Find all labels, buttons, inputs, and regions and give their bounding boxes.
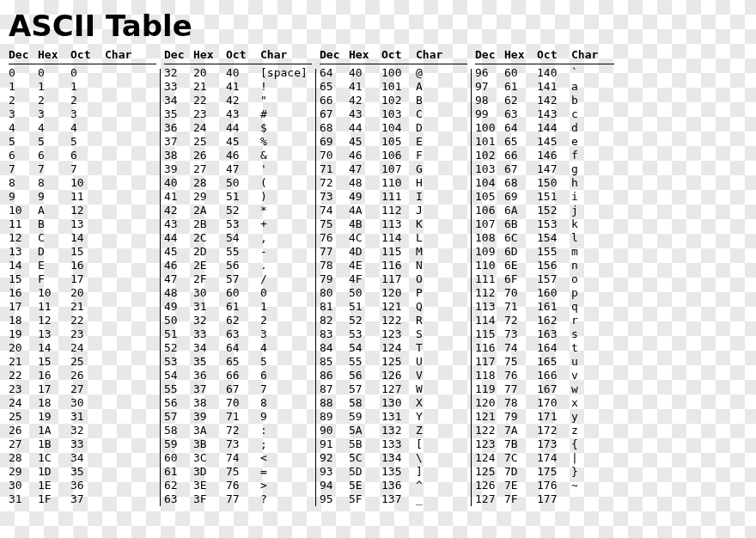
- cell-char: %: [259, 135, 312, 149]
- cell-char: 4: [259, 341, 312, 355]
- cell-dec: 9: [9, 190, 38, 204]
- cell-oct: 106: [381, 149, 414, 162]
- cell-dec: 95: [320, 492, 349, 506]
- table-row: 5638708: [164, 396, 312, 410]
- table-row: 7147107G: [320, 162, 467, 176]
- cell-oct: 2: [70, 94, 103, 107]
- cell-char: @: [414, 66, 467, 80]
- ascii-panel: DecHexOctChar6440100@6541101A6642102B674…: [320, 48, 467, 506]
- cell-char: /: [259, 272, 312, 286]
- header-dec: Dec: [164, 48, 193, 62]
- table-row: 5436666: [164, 369, 312, 382]
- cell-hex: 1F: [38, 492, 70, 506]
- table-row: 1247C174|: [475, 451, 614, 465]
- table-row: 1086C154l: [475, 231, 614, 245]
- cell-oct: 163: [537, 327, 570, 341]
- cell-oct: 174: [537, 451, 570, 465]
- cell-oct: 34: [70, 451, 103, 465]
- cell-oct: 37: [70, 492, 103, 506]
- cell-oct: 136: [381, 479, 414, 492]
- cell-char: &: [259, 149, 312, 162]
- cell-oct: 14: [70, 231, 103, 245]
- cell-char: [103, 437, 156, 451]
- cell-char: [103, 149, 156, 162]
- cell-hex: 4D: [349, 245, 381, 259]
- cell-dec: 93: [320, 465, 349, 479]
- cell-char: c: [570, 107, 614, 121]
- cell-oct: 50: [226, 176, 259, 190]
- cell-oct: 72: [226, 424, 259, 437]
- cell-char: 5: [259, 355, 312, 369]
- page-title: ASCII Table: [9, 9, 747, 43]
- table-row: 633F77?: [164, 492, 312, 506]
- cell-hex: 2A: [193, 204, 226, 217]
- header-hex: Hex: [193, 48, 226, 62]
- cell-char: H: [414, 176, 467, 190]
- cell-oct: 160: [537, 286, 570, 300]
- table-row: 10A12: [9, 204, 156, 217]
- cell-dec: 105: [475, 190, 504, 204]
- cell-char: [103, 94, 156, 107]
- table-row: 1106E156n: [475, 259, 614, 272]
- table-row: 11371161q: [475, 300, 614, 314]
- panel-header: DecHexOctChar: [164, 48, 312, 64]
- cell-oct: 74: [226, 451, 259, 465]
- header-oct: Oct: [381, 48, 414, 62]
- cell-dec: 80: [320, 286, 349, 300]
- cell-dec: 39: [164, 162, 193, 176]
- table-row: 6743103C: [320, 107, 467, 121]
- cell-hex: 31: [193, 300, 226, 314]
- cell-oct: 22: [70, 314, 103, 327]
- cell-dec: 14: [9, 259, 38, 272]
- table-row: 422A52*: [164, 204, 312, 217]
- cell-oct: 4: [70, 121, 103, 135]
- cell-dec: 99: [475, 107, 504, 121]
- cell-dec: 64: [320, 66, 349, 80]
- header-char: Char: [414, 48, 467, 62]
- table-row: 10064144d: [475, 121, 614, 135]
- table-row: 583A72:: [164, 424, 312, 437]
- cell-dec: 117: [475, 355, 504, 369]
- cell-char: <: [259, 451, 312, 465]
- cell-hex: D: [38, 245, 70, 259]
- cell-hex: 7F: [504, 492, 537, 506]
- table-row: 8810: [9, 176, 156, 190]
- table-row: 9862142b: [475, 94, 614, 107]
- cell-char: !: [259, 80, 312, 94]
- cell-dec: 71: [320, 162, 349, 176]
- table-row: 1066A152j: [475, 204, 614, 217]
- cell-dec: 47: [164, 272, 193, 286]
- cell-hex: 11: [38, 300, 70, 314]
- cell-dec: 50: [164, 314, 193, 327]
- cell-hex: 56: [349, 369, 381, 382]
- cell-hex: 26: [193, 149, 226, 162]
- cell-hex: 1C: [38, 451, 70, 465]
- table-row: 221626: [9, 369, 156, 382]
- cell-hex: 25: [193, 135, 226, 149]
- table-row: 8757127W: [320, 382, 467, 396]
- table-row: 342242": [164, 94, 312, 107]
- cell-oct: 57: [226, 272, 259, 286]
- table-row: 231727: [9, 382, 156, 396]
- table-row: 7349111I: [320, 190, 467, 204]
- cell-hex: 51: [349, 300, 381, 314]
- cell-char: [103, 162, 156, 176]
- cell-char: .: [259, 259, 312, 272]
- table-row: 8454124T: [320, 341, 467, 355]
- table-row: 5133633: [164, 327, 312, 341]
- cell-oct: 42: [226, 94, 259, 107]
- cell-dec: 0: [9, 66, 38, 80]
- cell-dec: 42: [164, 204, 193, 217]
- cell-char: V: [414, 369, 467, 382]
- table-row: 8959131Y: [320, 410, 467, 424]
- table-row: 6541101A: [320, 80, 467, 94]
- cell-dec: 96: [475, 66, 504, 80]
- cell-hex: 1A: [38, 424, 70, 437]
- cell-char: ': [259, 162, 312, 176]
- table-row: 442C54,: [164, 231, 312, 245]
- cell-hex: 52: [349, 314, 381, 327]
- cell-char: g: [570, 162, 614, 176]
- cell-dec: 15: [9, 272, 38, 286]
- cell-hex: 7E: [504, 479, 537, 492]
- cell-oct: 135: [381, 465, 414, 479]
